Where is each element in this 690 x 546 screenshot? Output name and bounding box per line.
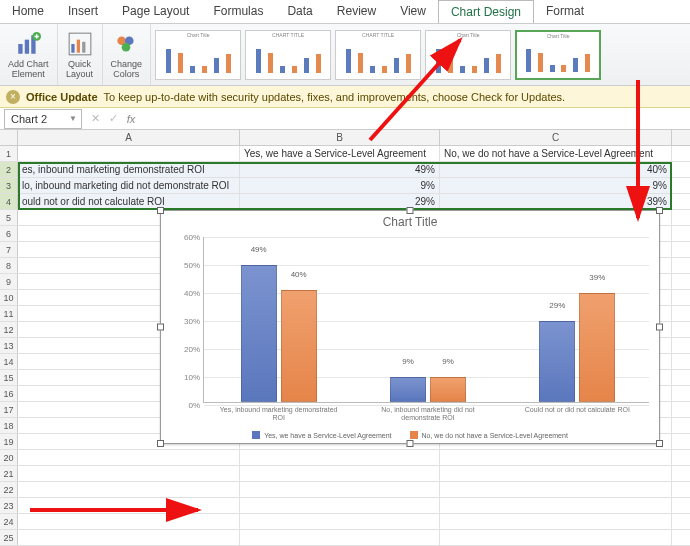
cell[interactable] bbox=[440, 498, 672, 513]
cancel-icon[interactable]: ✕ bbox=[86, 112, 104, 125]
tab-insert[interactable]: Insert bbox=[56, 0, 110, 23]
chart-style-4[interactable]: Chart Title bbox=[425, 30, 511, 80]
cell[interactable]: lo, inbound marketing did not demonstrat… bbox=[18, 178, 240, 193]
cell[interactable] bbox=[240, 530, 440, 545]
row-header[interactable]: 18 bbox=[0, 418, 18, 433]
tab-review[interactable]: Review bbox=[325, 0, 388, 23]
tab-format[interactable]: Format bbox=[534, 0, 596, 23]
formula-input[interactable] bbox=[140, 109, 690, 129]
table-row[interactable]: 2 es, inbound marketing demonstrated ROI… bbox=[0, 162, 690, 178]
enter-icon[interactable]: ✓ bbox=[104, 112, 122, 125]
cell[interactable] bbox=[440, 466, 672, 481]
chart-style-2[interactable]: CHART TITLE bbox=[245, 30, 331, 80]
col-header-b[interactable]: B bbox=[240, 130, 440, 145]
table-row[interactable]: 21 bbox=[0, 466, 690, 482]
chart-style-5[interactable]: Chart Title bbox=[515, 30, 601, 80]
cell[interactable]: 9% bbox=[440, 178, 672, 193]
cell[interactable] bbox=[440, 514, 672, 529]
chart-title[interactable]: Chart Title bbox=[161, 211, 659, 231]
cell[interactable] bbox=[18, 482, 240, 497]
row-header[interactable]: 2 bbox=[0, 162, 18, 177]
cell[interactable]: ould not or did not calculate ROI bbox=[18, 194, 240, 209]
cell[interactable]: 49% bbox=[240, 162, 440, 177]
table-row[interactable]: 22 bbox=[0, 482, 690, 498]
row-header[interactable]: 11 bbox=[0, 306, 18, 321]
row-header[interactable]: 23 bbox=[0, 498, 18, 513]
row-header[interactable]: 10 bbox=[0, 290, 18, 305]
cell[interactable] bbox=[440, 482, 672, 497]
row-header[interactable]: 3 bbox=[0, 178, 18, 193]
cell[interactable] bbox=[240, 466, 440, 481]
quick-layout-button[interactable]: Quick Layout bbox=[58, 24, 103, 85]
chart-plot-area[interactable]: 0%10%20%30%40%50%60%49%40%Yes, inbound m… bbox=[203, 237, 649, 403]
row-header[interactable]: 12 bbox=[0, 322, 18, 337]
cell[interactable] bbox=[240, 498, 440, 513]
table-row[interactable]: 24 bbox=[0, 514, 690, 530]
select-all-corner[interactable] bbox=[0, 130, 18, 145]
row-header[interactable]: 4 bbox=[0, 194, 18, 209]
cell[interactable] bbox=[18, 466, 240, 481]
row-header[interactable]: 22 bbox=[0, 482, 18, 497]
chart-legend[interactable]: Yes, we have a Service-Level Agreement N… bbox=[161, 431, 659, 439]
row-header[interactable]: 19 bbox=[0, 434, 18, 449]
cell[interactable] bbox=[18, 498, 240, 513]
chart-style-1[interactable]: Chart Title bbox=[155, 30, 241, 80]
row-header[interactable]: 17 bbox=[0, 402, 18, 417]
row-header[interactable]: 15 bbox=[0, 370, 18, 385]
table-row[interactable]: 3 lo, inbound marketing did not demonstr… bbox=[0, 178, 690, 194]
cell[interactable] bbox=[440, 450, 672, 465]
row-header[interactable]: 9 bbox=[0, 274, 18, 289]
row-header[interactable]: 24 bbox=[0, 514, 18, 529]
name-box[interactable]: Chart 2 ▼ bbox=[4, 109, 82, 129]
cell[interactable]: No, we do not have a Service-Level Agree… bbox=[440, 146, 672, 161]
row-header[interactable]: 20 bbox=[0, 450, 18, 465]
table-row[interactable]: 23 bbox=[0, 498, 690, 514]
tab-chart-design[interactable]: Chart Design bbox=[438, 0, 534, 23]
cell[interactable] bbox=[240, 450, 440, 465]
close-icon[interactable]: × bbox=[6, 90, 20, 104]
cell[interactable] bbox=[18, 514, 240, 529]
table-row[interactable]: 20 bbox=[0, 450, 690, 466]
row-header[interactable]: 21 bbox=[0, 466, 18, 481]
row-header[interactable]: 16 bbox=[0, 386, 18, 401]
col-header-c[interactable]: C bbox=[440, 130, 672, 145]
fx-icon[interactable]: fx bbox=[122, 113, 140, 125]
cell[interactable] bbox=[18, 146, 240, 161]
table-row[interactable]: 4 ould not or did not calculate ROI 29% … bbox=[0, 194, 690, 210]
spreadsheet-grid[interactable]: A B C 1 Yes, we have a Service-Level Agr… bbox=[0, 130, 690, 546]
table-row[interactable]: 25 bbox=[0, 530, 690, 546]
cell[interactable] bbox=[240, 514, 440, 529]
row-header[interactable]: 8 bbox=[0, 258, 18, 273]
cell[interactable] bbox=[18, 530, 240, 545]
legend-item[interactable]: No, we do not have a Service-Level Agree… bbox=[410, 431, 568, 439]
cell[interactable]: es, inbound marketing demonstrated ROI bbox=[18, 162, 240, 177]
row-header[interactable]: 14 bbox=[0, 354, 18, 369]
cell[interactable]: 39% bbox=[440, 194, 672, 209]
legend-item[interactable]: Yes, we have a Service-Level Agreement bbox=[252, 431, 391, 439]
tab-home[interactable]: Home bbox=[0, 0, 56, 23]
cell[interactable] bbox=[440, 530, 672, 545]
add-chart-element-button[interactable]: Add Chart Element bbox=[0, 24, 58, 85]
row-header[interactable]: 6 bbox=[0, 226, 18, 241]
cell[interactable]: Yes, we have a Service-Level Agreement bbox=[240, 146, 440, 161]
cell[interactable]: 40% bbox=[440, 162, 672, 177]
tab-formulas[interactable]: Formulas bbox=[201, 0, 275, 23]
row-header[interactable]: 13 bbox=[0, 338, 18, 353]
cell[interactable]: 9% bbox=[240, 178, 440, 193]
embedded-chart[interactable]: Chart Title 0%10%20%30%40%50%60%49%40%Ye… bbox=[160, 210, 660, 444]
col-header-a[interactable]: A bbox=[18, 130, 240, 145]
row-header[interactable]: 7 bbox=[0, 242, 18, 257]
tab-data[interactable]: Data bbox=[275, 0, 324, 23]
chart-style-3[interactable]: CHART TITLE bbox=[335, 30, 421, 80]
chevron-down-icon[interactable]: ▼ bbox=[69, 114, 81, 123]
row-header[interactable]: 5 bbox=[0, 210, 18, 225]
svg-rect-6 bbox=[76, 39, 79, 52]
cell[interactable] bbox=[18, 450, 240, 465]
row-header[interactable]: 1 bbox=[0, 146, 18, 161]
tab-view[interactable]: View bbox=[388, 0, 438, 23]
change-colors-button[interactable]: Change Colors bbox=[103, 24, 152, 85]
cell[interactable] bbox=[240, 482, 440, 497]
table-row[interactable]: 1 Yes, we have a Service-Level Agreement… bbox=[0, 146, 690, 162]
row-header[interactable]: 25 bbox=[0, 530, 18, 545]
tab-page-layout[interactable]: Page Layout bbox=[110, 0, 201, 23]
